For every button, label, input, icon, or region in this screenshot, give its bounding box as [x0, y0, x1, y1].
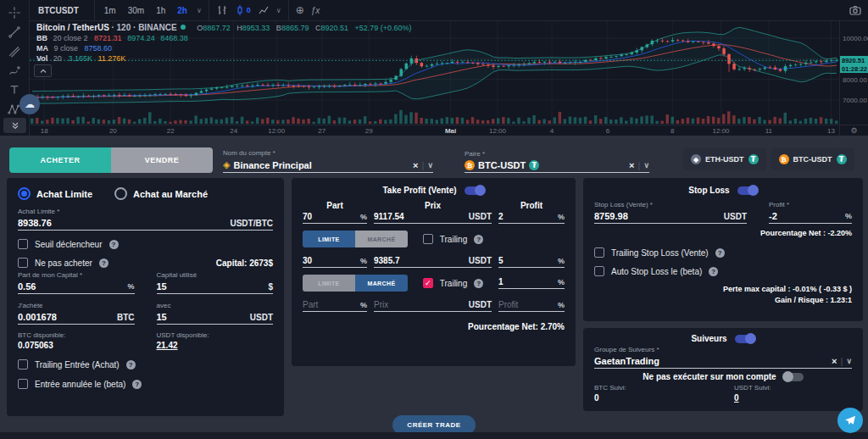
- followers-toggle[interactable]: [735, 335, 755, 343]
- buy-amount-field[interactable]: J'achète 0.001678BTC: [18, 302, 135, 325]
- followers-group-label: Groupe de Suiveurs *: [594, 346, 852, 353]
- camera-icon[interactable]: [849, 5, 861, 15]
- usdt-coin-icon: ₮: [529, 160, 539, 170]
- chart-toolbar: BTCUSDT 1m 30m 1h 2h ∨ 0 ∨ ⊕ ƒx: [30, 0, 868, 21]
- capital-used-field[interactable]: Capital utilisé 15$: [157, 271, 274, 294]
- help-icon[interactable]: ?: [109, 240, 119, 249]
- help-icon[interactable]: ?: [132, 380, 142, 389]
- tp3-price-field[interactable]: PrixUSDT: [374, 300, 492, 312]
- usdt-available-value[interactable]: 21.42: [157, 341, 274, 350]
- buy-tab[interactable]: ACHETER: [9, 147, 111, 173]
- symbol-search-button[interactable]: BTCUSDT: [36, 4, 87, 17]
- with-amount-field[interactable]: avec 15USDT: [157, 302, 274, 325]
- followers-group-field[interactable]: Groupe de Suiveurs * GaetanTrading × | ∨: [594, 346, 852, 369]
- timeframe-30m[interactable]: 30m: [125, 6, 147, 15]
- tp2-profit-field[interactable]: 5%: [498, 256, 565, 268]
- btc-unit: BTC: [117, 313, 135, 322]
- tp2-trailing-percent-field[interactable]: 1%: [498, 277, 565, 289]
- tp2-limite-button[interactable]: LIMITE: [303, 275, 355, 292]
- pair-chip-eth-usdt[interactable]: ◆ ETH-USDT ₮: [683, 148, 766, 170]
- help-icon[interactable]: ?: [709, 267, 718, 276]
- pair-chip-btc-usdt[interactable]: ₿ BTC-USDT ₮: [771, 148, 854, 170]
- timeframe-dropdown-icon[interactable]: ∨: [197, 7, 202, 14]
- legend-collapse-button[interactable]: [34, 64, 52, 77]
- axis-settings-corner[interactable]: ⚙: [839, 125, 868, 136]
- help-icon[interactable]: ?: [715, 248, 725, 258]
- fib-tool-icon[interactable]: [7, 44, 22, 58]
- stop-loss-profit-field[interactable]: Profit * -2%: [769, 201, 852, 224]
- group-dropdown-icon[interactable]: ∨: [846, 357, 852, 365]
- stop-loss-toggle[interactable]: [737, 186, 758, 195]
- stop-loss-price-field[interactable]: Stop Loss (Vente) * 8759.98USDT: [594, 201, 747, 224]
- indicators-fx-icon[interactable]: ƒx: [311, 6, 320, 15]
- pair-dropdown-icon[interactable]: ∨: [643, 161, 649, 169]
- followers-panel: Suiveurs Groupe de Suiveurs * GaetanTrad…: [583, 328, 863, 411]
- pair-field[interactable]: Paire * ₿ BTC-USDT ₮ × | ∨: [465, 150, 649, 173]
- limit-price-field[interactable]: Achat Limite * 8938.76USDT/BTC: [18, 208, 273, 231]
- cancel-entry-checkbox[interactable]: [18, 379, 28, 389]
- cloud-sync-button[interactable]: ☁: [19, 94, 40, 114]
- tp1-limite-button[interactable]: LIMITE: [303, 231, 355, 247]
- candle-style-icon[interactable]: 0: [235, 4, 251, 16]
- radio-icon: [114, 187, 127, 200]
- panels-row: Achat Limite Achat au Marché Achat Limit…: [7, 178, 868, 416]
- risk-reward-note: Gain / Risque : 1.23:1: [594, 295, 852, 306]
- time-axis-label: 12:00: [268, 127, 285, 135]
- style-dropdown-icon[interactable]: ∨: [276, 7, 281, 14]
- time-axis[interactable]: 1820222412:002729Mai12:0046812:001113: [30, 125, 839, 136]
- help-icon[interactable]: ?: [474, 235, 483, 244]
- vol-indicator-label: Vol: [36, 54, 47, 63]
- tp1-price-field[interactable]: 9117.54USDT: [374, 212, 492, 224]
- bar-style-icon[interactable]: [216, 4, 228, 16]
- crosshair-tool-icon[interactable]: [7, 6, 22, 20]
- toolbar-collapse-button[interactable]: [3, 118, 26, 133]
- area-style-icon[interactable]: [258, 4, 270, 16]
- help-icon[interactable]: ?: [126, 360, 136, 370]
- no-buy-checkbox[interactable]: [18, 258, 28, 268]
- account-field[interactable]: Nom du compte * ◈ Binance Principal × | …: [223, 149, 433, 173]
- telegram-button[interactable]: [837, 408, 863, 433]
- tp2-price-field[interactable]: 9385.7USDT: [374, 256, 492, 268]
- trendline-tool-icon[interactable]: [7, 25, 22, 40]
- market-status-dot: [181, 25, 186, 30]
- compare-icon[interactable]: ⊕: [296, 4, 304, 16]
- timeframe-1m[interactable]: 1m: [102, 6, 119, 15]
- auto-sl-checkbox[interactable]: [594, 266, 604, 276]
- trigger-checkbox[interactable]: [18, 239, 28, 249]
- trailing-sl-checkbox[interactable]: [594, 247, 604, 258]
- usdt-followed-value[interactable]: 0: [734, 393, 852, 403]
- account-dropdown-icon[interactable]: ∨: [427, 161, 433, 169]
- text-tool-icon[interactable]: [7, 83, 22, 97]
- radio-achat-marche[interactable]: Achat au Marché: [114, 187, 208, 200]
- tp1-trailing-checkbox[interactable]: [423, 234, 433, 244]
- tp3-profit-field[interactable]: Profit%: [498, 300, 565, 312]
- brush-tool-icon[interactable]: [7, 64, 22, 78]
- tp3-part-field[interactable]: Part%: [303, 300, 367, 312]
- trailing-entry-checkbox[interactable]: [18, 359, 28, 370]
- tp1-profit-field[interactable]: 2%: [498, 212, 565, 224]
- stop-loss-panel: Stop Loss Stop Loss (Vente) * 8759.98USD…: [583, 178, 863, 321]
- clear-account-icon[interactable]: ×: [413, 160, 418, 170]
- account-label: Nom du compte *: [223, 149, 433, 157]
- tp2-marche-button[interactable]: MARCHÉ: [355, 275, 408, 292]
- clear-pair-icon[interactable]: ×: [629, 160, 634, 170]
- chart-plot-area[interactable]: Bitcoin / TetherUS · 120 · BINANCE O8867…: [30, 21, 839, 125]
- tp2-part-field[interactable]: 30%: [303, 256, 367, 268]
- timeframe-1h[interactable]: 1h: [153, 6, 168, 15]
- capital-part-field[interactable]: Part de mon Capital * 0.56%: [18, 271, 135, 294]
- buy-sell-segmented: ACHETER VENDRE: [9, 147, 213, 173]
- limit-price-unit: USDT/BTC: [230, 219, 273, 228]
- sell-tab[interactable]: VENDRE: [111, 147, 213, 173]
- clear-group-icon[interactable]: ×: [832, 356, 837, 366]
- help-icon[interactable]: ?: [99, 258, 108, 268]
- take-profit-toggle[interactable]: [465, 186, 485, 195]
- tp1-marche-button[interactable]: MARCHÉ: [355, 231, 408, 247]
- tp2-trailing-checkbox-checked[interactable]: ✓: [423, 278, 433, 288]
- tp1-part-field[interactable]: 70%: [303, 212, 367, 224]
- radio-achat-limite[interactable]: Achat Limite: [18, 187, 92, 200]
- help-icon[interactable]: ?: [474, 279, 483, 288]
- no-exec-toggle[interactable]: [783, 373, 804, 381]
- timeframe-2h-active[interactable]: 2h: [175, 6, 190, 15]
- pair-label: Paire *: [465, 150, 649, 158]
- price-axis[interactable]: 8920.51 01:28:22 10000.008000.007000.00: [839, 21, 868, 125]
